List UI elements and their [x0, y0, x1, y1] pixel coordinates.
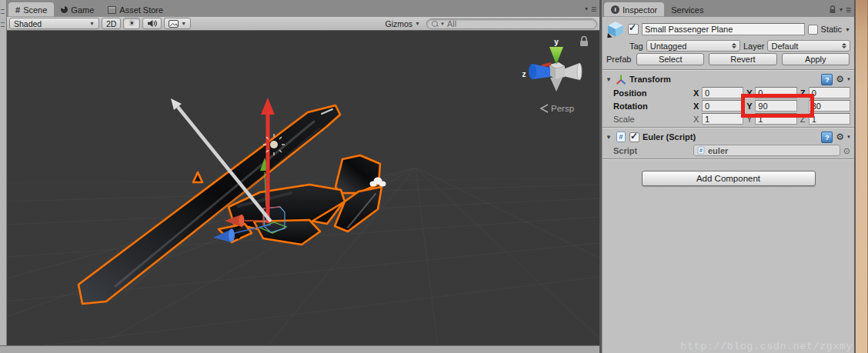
panel-menu-icon[interactable]: ≡: [591, 6, 596, 12]
rotation-x-field[interactable]: 0: [702, 100, 743, 112]
gear-icon[interactable]: ⚙: [836, 132, 844, 142]
layer-dropdown[interactable]: Default: [767, 40, 850, 52]
gameobject-name: Small Passenger Plane: [645, 25, 733, 34]
prefab-revert-button[interactable]: Revert: [709, 53, 776, 65]
scene-lighting-button[interactable]: ☀: [123, 18, 140, 29]
add-component-button[interactable]: Add Component: [642, 171, 816, 186]
prefab-apply-button[interactable]: Apply: [782, 53, 850, 65]
shading-mode-dropdown[interactable]: Shaded ▼: [9, 18, 99, 29]
game-view-icon: [61, 6, 68, 13]
scene-effects-button[interactable]: ▼: [164, 18, 191, 29]
gear-icon[interactable]: ⚙: [836, 75, 844, 84]
panel-dropdown-icon[interactable]: ▾: [840, 6, 843, 13]
layer-value: Default: [771, 42, 798, 51]
foldout-icon[interactable]: ▼: [606, 76, 613, 83]
scale-label: Scale: [606, 115, 693, 124]
panel-dropdown-icon[interactable]: ▾: [585, 5, 588, 12]
scene-view-canvas[interactable]: y z Persp: [7, 31, 599, 345]
help-icon[interactable]: ?: [821, 74, 833, 85]
script-object-field[interactable]: # euler: [693, 145, 840, 156]
inspector-panel-menu[interactable]: ▾ ≡: [829, 5, 851, 14]
gear-dropdown-icon: ▼: [846, 77, 851, 82]
scene-panel-menu[interactable]: ▾ ≡: [585, 5, 596, 12]
tag-label: Tag: [629, 42, 643, 51]
position-y-field[interactable]: 0: [755, 87, 796, 98]
gear-dropdown-icon: ▼: [846, 135, 851, 139]
scale-row: Scale X 1 Y 1 Z 1: [603, 112, 854, 125]
lock-icon[interactable]: [829, 5, 836, 14]
search-filter-dropdown-icon[interactable]: ▼: [440, 22, 445, 26]
svg-text:#: #: [699, 148, 703, 154]
popup-arrows-icon: [732, 43, 736, 48]
script-value: euler: [708, 146, 728, 155]
rotation-label: Rotation: [606, 102, 693, 111]
2d-toggle-button[interactable]: 2D: [102, 18, 121, 29]
scene-audio-button[interactable]: [142, 18, 162, 29]
prefab-label: Prefab: [606, 55, 633, 64]
gameobject-name-field[interactable]: Small Passenger Plane: [642, 23, 805, 35]
scene-viewport[interactable]: y z Persp: [7, 31, 599, 345]
watermark-text: http://blog.csdn.net/zgxmy: [680, 341, 853, 352]
scale-z-field[interactable]: 1: [809, 113, 850, 125]
divider: [603, 158, 854, 160]
euler-script-header[interactable]: ▼ # Euler (Script) ? ⚙▼: [603, 130, 854, 144]
window-bottom-edge: [0, 345, 599, 353]
euler-script-title: Euler (Script): [643, 132, 696, 142]
asset-store-icon: [108, 6, 116, 14]
active-checkbox[interactable]: [628, 24, 639, 35]
tab-services[interactable]: Services: [664, 2, 710, 17]
tab-asset-store-label: Asset Store: [119, 5, 163, 15]
transform-icon: [616, 74, 626, 85]
gizmo-y-label: y: [554, 38, 559, 46]
tag-value: Untagged: [650, 42, 687, 51]
rotation-z-field[interactable]: 30: [809, 100, 850, 112]
layer-label: Layer: [743, 42, 765, 51]
gizmos-dropdown[interactable]: Gizmos ▼: [381, 18, 424, 28]
rotation-row: Rotation X 0 Y 90 Z 30: [603, 99, 854, 112]
inspector-tabbar: i Inspector Services ▾ ≡: [603, 0, 854, 17]
unity-editor-window: # Scene Game Asset Store ▾ ≡ Shaded ▼: [0, 0, 868, 353]
panel-menu-icon[interactable]: ≡: [846, 7, 851, 13]
svg-text:#: #: [619, 133, 623, 141]
tab-scene[interactable]: # Scene: [8, 2, 54, 17]
foldout-icon[interactable]: ▼: [606, 134, 613, 141]
info-icon: i: [611, 5, 619, 14]
divider: [603, 69, 854, 71]
tag-dropdown[interactable]: Untagged: [646, 40, 740, 52]
prefab-select-button[interactable]: Select: [636, 53, 704, 65]
gizmo-z-label: z: [522, 70, 526, 78]
csharp-script-icon: #: [616, 132, 626, 142]
static-label: Static: [821, 25, 843, 34]
help-icon[interactable]: ?: [821, 132, 833, 143]
static-checkbox[interactable]: [808, 25, 818, 35]
tag-layer-row: Tag Untagged Layer Default: [603, 39, 854, 52]
chevron-down-icon[interactable]: ▼: [181, 21, 186, 26]
scene-toolbar: Shaded ▼ 2D ☀ ▼: [7, 17, 599, 31]
transform-header[interactable]: ▼ Transform ? ⚙▼: [603, 72, 854, 86]
tab-services-label: Services: [671, 5, 703, 15]
speaker-icon: [147, 19, 157, 28]
script-row: Script # euler ⊙: [603, 144, 854, 157]
tab-inspector[interactable]: i Inspector: [604, 2, 664, 17]
static-dropdown-icon[interactable]: ▼: [845, 27, 850, 32]
2d-toggle-label: 2D: [106, 19, 116, 28]
tab-game[interactable]: Game: [54, 2, 101, 17]
position-label: Position: [606, 88, 693, 98]
tab-asset-store[interactable]: Asset Store: [101, 2, 170, 17]
tab-game-label: Game: [71, 5, 94, 15]
chevron-down-icon: ▼: [415, 21, 420, 26]
gameobject-header: Small Passenger Plane Static ▼: [603, 17, 854, 39]
scale-x-field[interactable]: 1: [702, 113, 743, 125]
rotation-y-field[interactable]: 90: [755, 100, 796, 112]
script-enabled-checkbox[interactable]: [629, 132, 639, 142]
position-z-field[interactable]: 0: [809, 87, 850, 98]
left-dock-strip: [0, 0, 7, 345]
scale-y-field[interactable]: 1: [755, 113, 796, 125]
object-picker-icon[interactable]: ⊙: [843, 147, 850, 155]
scene-panel: # Scene Game Asset Store ▾ ≡ Shaded ▼: [7, 0, 599, 345]
position-x-field[interactable]: 0: [702, 87, 743, 98]
gameobject-icon[interactable]: [606, 20, 625, 38]
prefab-row: Prefab Select Revert Apply: [603, 52, 854, 68]
shading-mode-label: Shaded: [14, 19, 42, 28]
scene-search-input[interactable]: ▼ All: [426, 18, 597, 29]
